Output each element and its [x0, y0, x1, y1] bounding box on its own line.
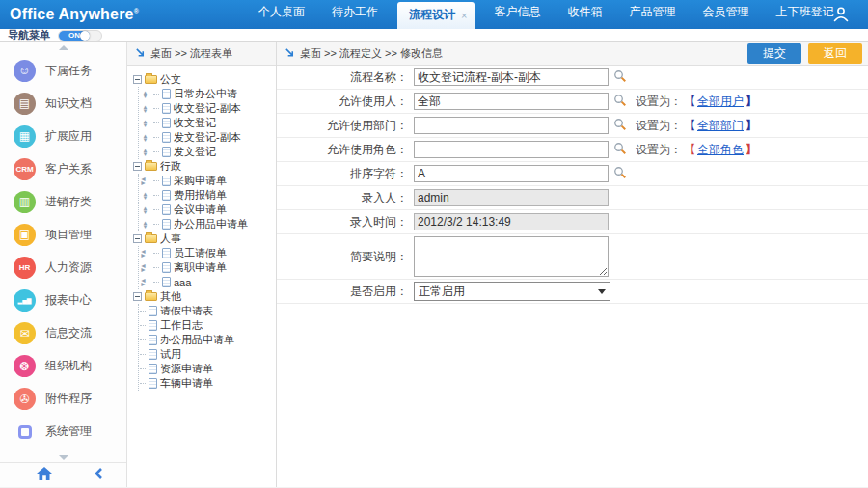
- nav-menu-label: 导航菜单: [8, 28, 50, 42]
- sidebar-item-organization[interactable]: ❂组织机构: [0, 352, 126, 381]
- all-users-link[interactable]: 全部用户: [697, 94, 744, 110]
- tree-item[interactable]: 资源申请单: [140, 362, 274, 376]
- toggle-knob[interactable]: [80, 31, 90, 41]
- attachments-icon: ✇: [14, 388, 36, 410]
- nav-todo-work[interactable]: 待办工作: [318, 0, 392, 29]
- tree-item[interactable]: 员工请假单: [140, 246, 274, 260]
- all-roles-link[interactable]: 全部角色: [697, 142, 744, 158]
- nav-personal-desktop[interactable]: 个人桌面: [245, 0, 318, 29]
- sort-arrows-icon[interactable]: [140, 206, 150, 214]
- process-name-input[interactable]: [414, 68, 609, 86]
- tree-folder-hr[interactable]: 人事: [133, 231, 274, 246]
- tree-item[interactable]: 办公用品申请单: [140, 333, 274, 347]
- scroll-up-icon: [59, 45, 68, 50]
- tree-folder-administration[interactable]: 行政: [133, 159, 274, 174]
- sidebar-item-inventory[interactable]: ▥进销存类: [0, 187, 126, 216]
- tree-item[interactable]: 离职申请单: [140, 260, 274, 275]
- sidebar-item-report-center[interactable]: ▂▅▇报表中心: [0, 286, 126, 315]
- app-logo: Office Anywhere®: [0, 6, 139, 23]
- tree-item[interactable]: 会议申请单: [140, 203, 274, 217]
- tree-item[interactable]: 收文登记: [140, 116, 274, 130]
- collapse-left-icon[interactable]: [95, 468, 103, 482]
- field-label: 录入人：: [277, 190, 414, 206]
- sort-char-input[interactable]: [414, 165, 609, 182]
- sort-arrows-icon[interactable]: [140, 177, 150, 185]
- search-icon[interactable]: [613, 118, 627, 134]
- folder-icon: [145, 162, 157, 171]
- description-textarea[interactable]: [414, 236, 609, 277]
- tree-item[interactable]: 试用: [140, 347, 274, 362]
- search-icon[interactable]: [613, 166, 627, 182]
- search-icon[interactable]: [613, 69, 627, 86]
- document-icon: [149, 320, 157, 331]
- tree-item[interactable]: 费用报销单: [140, 188, 274, 203]
- sort-arrows-icon[interactable]: [140, 250, 150, 258]
- registered-mark: ®: [134, 8, 139, 14]
- sort-arrows-icon[interactable]: [140, 221, 150, 229]
- sidebar-item-subordinate-tasks[interactable]: ☺下属任务: [0, 56, 126, 85]
- sort-arrows-icon[interactable]: [140, 149, 150, 156]
- tree-item[interactable]: 采购申请单: [140, 174, 274, 188]
- tree-item[interactable]: 请假申请表: [140, 304, 274, 318]
- sidebar-item-crm[interactable]: CRM客户关系: [0, 154, 126, 183]
- sort-arrows-icon[interactable]: [140, 192, 150, 200]
- sort-arrows-icon[interactable]: [140, 105, 150, 113]
- collapse-expander-icon[interactable]: [133, 75, 142, 84]
- close-icon[interactable]: ×: [461, 11, 467, 20]
- sidebar-item-attachments[interactable]: ✇附件程序: [0, 385, 126, 414]
- form-row-allowed-departments: 允许使用部门： 设置为： 【 全部部门 】: [277, 114, 868, 138]
- nav-inbox[interactable]: 收件箱: [554, 0, 615, 29]
- all-departments-link[interactable]: 全部部门: [697, 118, 744, 134]
- tree-item[interactable]: aaa: [140, 275, 274, 289]
- sort-arrows-icon[interactable]: [140, 120, 150, 127]
- allowed-departments-input[interactable]: [414, 117, 609, 134]
- collapse-expander-icon[interactable]: [133, 162, 142, 171]
- sidebar-item-project-management[interactable]: ▣项目管理: [0, 220, 126, 249]
- search-icon[interactable]: [613, 142, 627, 158]
- tree-folder-others[interactable]: 其他: [133, 289, 274, 304]
- sidebar-item-human-resources[interactable]: HR人力资源: [0, 253, 126, 282]
- tree-item[interactable]: 工作日志: [140, 318, 274, 333]
- nav-customer-info[interactable]: 客户信息: [480, 0, 554, 29]
- sidebar-item-knowledge-docs[interactable]: ▤知识文档: [0, 89, 126, 118]
- sidebar-item-extended-apps[interactable]: ▦扩展应用: [0, 122, 126, 150]
- back-button[interactable]: 返回: [808, 43, 862, 64]
- tree-panel-header: 桌面 >> 流程表单: [127, 42, 276, 66]
- nav-member-management[interactable]: 会员管理: [689, 0, 762, 29]
- sidebar-item-system-management[interactable]: 系统管理: [0, 418, 126, 447]
- breadcrumb-text: 桌面 >> 流程表单: [150, 46, 232, 61]
- home-icon[interactable]: [37, 467, 52, 484]
- sidebar-item-label: 人力资源: [45, 259, 92, 276]
- sidebar-item-messaging[interactable]: ✉信息交流: [0, 319, 126, 348]
- system-management-icon: [14, 420, 36, 443]
- corner-arrow-icon: [135, 48, 146, 59]
- sort-arrows-icon[interactable]: [140, 91, 150, 98]
- enable-status-select[interactable]: 正常启用: [414, 282, 610, 301]
- sidebar-scroll-down[interactable]: [0, 452, 126, 462]
- search-icon[interactable]: [613, 94, 627, 110]
- allowed-roles-input[interactable]: [414, 141, 609, 158]
- tree-item[interactable]: 日常办公申请: [140, 87, 274, 101]
- allowed-users-input[interactable]: [414, 93, 609, 110]
- user-profile-icon[interactable]: [831, 5, 851, 24]
- submit-button[interactable]: 提交: [747, 43, 801, 64]
- sort-arrows-icon[interactable]: [140, 279, 150, 286]
- tree-item[interactable]: 发文登记-副本: [140, 130, 274, 145]
- sidebar-item-label: 项目管理: [45, 227, 92, 243]
- tree-item[interactable]: 发文登记: [140, 145, 274, 159]
- tree-item[interactable]: 办公用品申请单: [140, 217, 274, 231]
- tree-item[interactable]: 收文登记-副本: [140, 101, 274, 116]
- tree-folder-official-docs[interactable]: 公文: [133, 72, 274, 87]
- nav-product-management[interactable]: 产品管理: [615, 0, 689, 29]
- collapse-expander-icon[interactable]: [133, 234, 142, 243]
- document-icon: [162, 204, 171, 215]
- sort-arrows-icon[interactable]: [140, 264, 150, 272]
- sort-arrows-icon[interactable]: [140, 134, 150, 142]
- sidebar-item-label: 系统管理: [45, 423, 92, 440]
- form-row-allowed-users: 允许使用人： 设置为： 【 全部用户 】: [277, 90, 868, 114]
- collapse-expander-icon[interactable]: [133, 292, 142, 301]
- sidebar-scroll-up[interactable]: [0, 42, 126, 52]
- nav-tab-process-design[interactable]: 流程设计 ×: [397, 2, 475, 29]
- nav-menu-toggle[interactable]: ON: [58, 30, 102, 41]
- tree-item[interactable]: 车辆申请单: [140, 376, 274, 391]
